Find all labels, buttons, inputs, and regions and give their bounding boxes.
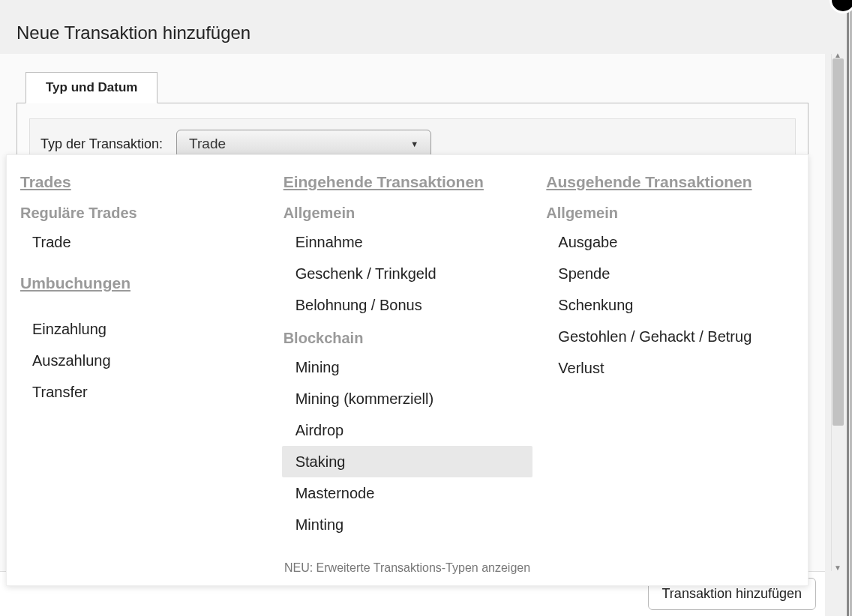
caret-down-icon: ▼	[410, 139, 418, 148]
option-schenkung[interactable]: Schenkung	[544, 289, 796, 321]
label-transaction-type: Typ der Transaktion:	[40, 136, 163, 152]
option-geschenk[interactable]: Geschenk / Trinkgeld	[282, 258, 533, 289]
dropdown-panel: Trades Reguläre Trades Trade Umbuchungen…	[6, 154, 808, 586]
scroll-down-icon[interactable]: ▼	[832, 564, 843, 574]
option-mining[interactable]: Mining	[282, 351, 533, 383]
option-einzahlung[interactable]: Einzahlung	[19, 313, 270, 345]
col-header-trades: Trades	[19, 173, 270, 191]
col-outgoing: Ausgehende Transaktionen Allgemein Ausga…	[538, 173, 802, 540]
group-title: Allgemein	[544, 205, 796, 222]
option-gestohlen[interactable]: Gestohlen / Gehackt / Betrug	[544, 321, 796, 352]
dropdown-value: Trade	[189, 136, 226, 152]
col-header-incoming: Eingehende Transaktionen	[282, 173, 533, 191]
window-border-inner	[847, 0, 849, 616]
option-spende[interactable]: Spende	[544, 258, 796, 289]
col-trades: Trades Reguläre Trades Trade Umbuchungen…	[13, 173, 276, 540]
col-header-outgoing: Ausgehende Transaktionen	[544, 173, 796, 191]
option-mining-kommerziell[interactable]: Mining (kommerziell)	[282, 383, 533, 414]
dropdown-footer-link[interactable]: NEU: Erweiterte Transaktions-Typen anzei…	[7, 548, 808, 576]
tab-type-and-date[interactable]: Typ und Datum	[26, 72, 158, 103]
option-transfer[interactable]: Transfer	[19, 376, 270, 408]
option-auszahlung[interactable]: Auszahlung	[19, 345, 270, 376]
group-title: Blockchain	[282, 330, 533, 347]
option-ausgabe[interactable]: Ausgabe	[544, 226, 796, 258]
option-einnahme[interactable]: Einnahme	[282, 226, 533, 258]
option-belohnung[interactable]: Belohnung / Bonus	[282, 289, 533, 321]
option-airdrop[interactable]: Airdrop	[282, 414, 533, 446]
option-minting[interactable]: Minting	[282, 509, 533, 540]
dropdown-columns: Trades Reguläre Trades Trade Umbuchungen…	[7, 173, 808, 540]
scrollbar-track[interactable]: ▲ ▼	[831, 54, 844, 571]
option-verlust[interactable]: Verlust	[544, 352, 796, 384]
scrollbar-thumb[interactable]	[832, 58, 844, 426]
option-trade[interactable]: Trade	[19, 226, 270, 258]
col-incoming: Eingehende Transaktionen Allgemein Einna…	[276, 173, 539, 540]
close-button[interactable]	[830, 0, 852, 13]
col-header-umbuchungen: Umbuchungen	[19, 274, 270, 292]
option-staking[interactable]: Staking	[282, 446, 533, 477]
group-title: Reguläre Trades	[19, 205, 270, 222]
group-title: Allgemein	[282, 205, 533, 222]
modal-header: Neue Transaktion hinzufügen	[0, 0, 825, 54]
option-masternode[interactable]: Masternode	[282, 477, 533, 509]
modal-title: Neue Transaktion hinzufügen	[16, 22, 808, 43]
